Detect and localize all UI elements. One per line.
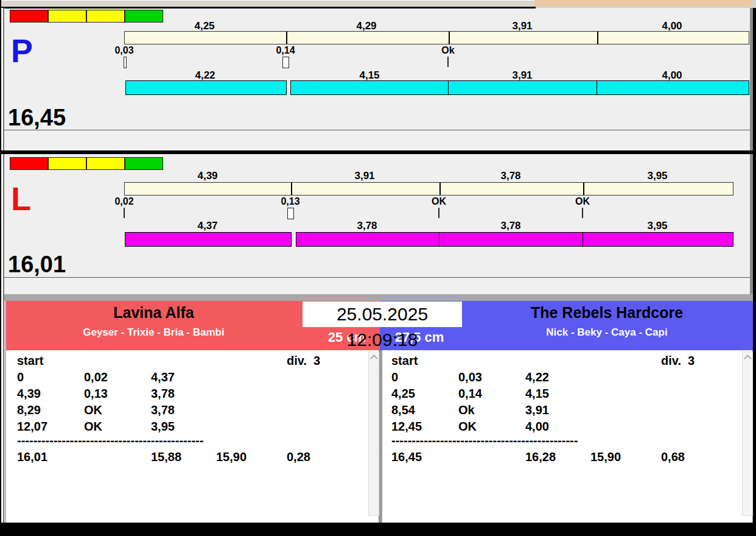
table-separator: ----------------------------------------… [391,434,612,447]
changeover-mark-tick [282,57,289,68]
dog-split-segment [597,80,749,95]
dog-split-value: 4,37 [180,220,235,230]
table-cell: 0 [391,370,398,384]
changeover-mark-label: OK [558,196,607,206]
lane-P-status-row [4,130,750,151]
crossing-split-value: 3,78 [483,170,538,180]
table-cell: OK [84,403,102,417]
table-total-cell: 15,90 [216,450,247,464]
changeover-mark-tick [287,208,294,219]
traffic-light-cell [10,157,48,170]
team-right-name: The Rebels Hardcore [461,303,753,322]
dog-split-value: 4,15 [342,69,397,80]
split-bar-divider [449,32,450,44]
traffic-light-cell [48,10,86,23]
crossing-split-value: 4,00 [645,20,699,30]
panel-left-edge [5,301,6,523]
split-bar-divider [286,32,287,44]
datetime-display: 25.05.2025 12:09:18 [303,302,462,327]
split-bar-divider [439,183,441,195]
split-bar-divider [583,183,584,195]
dog-split-segment [290,80,449,95]
toolbar-button-fragment[interactable] [376,0,444,7]
changeover-mark-label: 0,02 [100,196,149,206]
table-start-label: start [391,354,418,367]
crossing-split-value: 4,39 [180,170,235,180]
changeover-mark-tick [438,208,439,218]
lane-right-P: P16,454,254,293,914,000,030,14Ok4,224,15… [4,9,750,130]
changeover-mark-label: 0,13 [266,196,315,206]
dog-split-value: 4,22 [178,69,233,80]
table-cell: 0,02 [84,370,108,384]
crossing-split-bar [124,31,749,44]
toolbar-button-fragment[interactable] [181,0,311,7]
table-total-cell: 15,90 [590,450,621,464]
table-cell: 0,03 [458,370,482,384]
scroll-up-icon[interactable] [370,354,378,362]
crossing-split-value: 3,91 [337,170,392,180]
toolbar-button-fragment[interactable] [0,0,80,7]
table-division-label: div. 3 [661,354,695,367]
table-cell: 0,14 [458,387,482,400]
table-total-cell: 16,01 [17,450,47,464]
window-top-border [0,7,536,9]
changeover-mark-label: OK [415,196,463,206]
toolbar-button-fragment[interactable] [130,0,182,7]
table-cell: 8,54 [391,403,415,417]
toolbar-button-fragment[interactable] [310,0,377,7]
table-cell: 0,13 [84,387,108,400]
toolbar-tan-strip [534,0,752,6]
table-total-cell: 15,88 [151,450,181,464]
window-right-border [753,8,756,523]
traffic-light-cell [125,157,163,170]
table-separator: ----------------------------------------… [17,434,237,447]
table-cell: 12,07 [17,420,47,433]
dog-split-segment [296,232,440,247]
dog-split-segment [448,80,598,95]
dog-split-segment [125,232,292,247]
changeover-mark-label: Ok [424,45,472,55]
table-cell: OK [84,420,102,433]
toolbar-button-fragment[interactable] [443,0,499,7]
toolbar-button-fragment[interactable] [498,0,535,7]
dog-split-value: 3,91 [495,69,550,80]
traffic-light [10,10,164,23]
table-cell: 12,45 [391,420,422,433]
team-right-members: Nick - Beky - Caya - Capi [461,326,753,339]
crossing-split-value: 4,29 [339,20,394,30]
changeover-mark-tick [124,57,127,68]
toolbar-button-fragment[interactable] [79,0,131,7]
lane-letter: L [11,182,31,215]
team-right-result-table: startdiv. 300,034,224,250,144,158,54Ok3,… [382,350,752,523]
traffic-light-cell [10,10,48,23]
table-start-label: start [17,354,43,367]
dog-split-segment [439,232,583,247]
table-cell: 3,78 [151,387,175,400]
traffic-light-cell [125,10,163,23]
split-bar-divider [291,183,292,195]
split-bar-divider [597,32,598,44]
team-left-name: Lavina Alfa [5,303,303,322]
crossing-split-value: 4,25 [177,20,232,30]
table-cell: OK [458,420,477,433]
traffic-light-cell [48,157,86,170]
scroll-up-icon[interactable] [744,354,752,362]
dog-split-value: 3,95 [630,220,685,230]
table-cell: 0 [17,370,24,384]
left-table-scrollbar[interactable] [368,351,379,516]
table-cell: 3,95 [151,420,175,433]
bottom-black-strip [0,523,756,536]
crossing-split-value: 3,91 [495,20,550,30]
dog-split-value: 3,78 [483,220,538,230]
changeover-mark-tick [447,57,449,67]
traffic-light [10,157,164,170]
timing-app-window: P16,454,254,293,914,000,030,14Ok4,224,15… [0,0,756,536]
table-cell: 4,39 [17,387,41,400]
table-cell: 4,15 [525,387,549,400]
table-cell: 4,00 [525,420,549,433]
table-division-label: div. 3 [287,354,320,367]
lane-left-L: L16,014,393,913,783,950,020,13OKOK4,373,… [4,154,750,277]
dog-split-segment [125,80,287,95]
right-table-scrollbar[interactable] [742,351,753,516]
scoreboard-top-strip [4,294,753,301]
